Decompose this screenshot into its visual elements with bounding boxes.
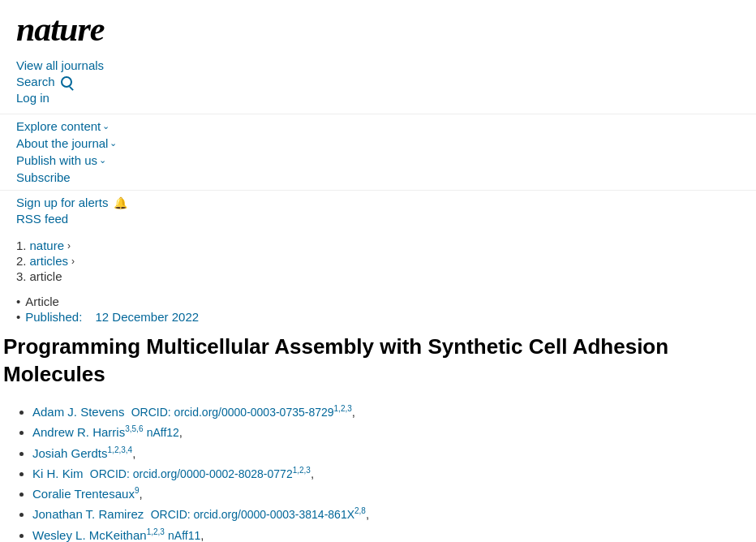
breadcrumb-number-3: 3. — [16, 269, 27, 283]
breadcrumb-articles-link[interactable]: articles — [30, 254, 69, 268]
article-meta: Article Published: 12 December 2022 — [0, 286, 756, 327]
about-journal-link[interactable]: About the journal ⌄ — [16, 136, 117, 150]
orcid-adam-stevens[interactable]: ORCID: orcid.org/0000-0003-0735-87291,2,… — [131, 406, 352, 419]
site-logo: nature — [0, 0, 756, 55]
published-date[interactable]: Published: 12 December 2022 — [16, 310, 740, 324]
about-journal-label: About the journal — [16, 136, 108, 150]
login-link[interactable]: Log in — [16, 91, 49, 105]
author-josiah-gerdts[interactable]: Josiah Gerdts — [32, 446, 108, 460]
breadcrumb-arrow-2: › — [71, 256, 75, 267]
list-item: Ki H. Kim ORCID: orcid.org/0000-0002-802… — [32, 465, 740, 483]
author-wesley-mckeithan[interactable]: Wesley L. McKeithan — [32, 528, 147, 542]
breadcrumb-number-2: 2. — [16, 254, 27, 268]
published-date-value: 12 December 2022 — [96, 310, 200, 324]
main-navigation: Explore content ⌄ About the journal ⌄ Pu… — [0, 114, 756, 191]
about-chevron-icon: ⌄ — [110, 138, 117, 148]
aff-andrew-harris[interactable]: nAff12 — [147, 426, 179, 439]
author-coralie-trentesaux[interactable]: Coralie Trentesaux — [32, 487, 135, 501]
publish-with-us-link[interactable]: Publish with us ⌄ — [16, 153, 106, 167]
published-label: Published: — [25, 310, 82, 324]
search-icon — [61, 76, 72, 88]
list-item: Andrew R. Harris3,5,6 nAff12, — [32, 424, 740, 441]
top-navigation: View all journals Search Log in — [0, 55, 756, 109]
aff-wesley-mckeithan[interactable]: nAff11 — [168, 529, 200, 542]
breadcrumb-number-1: 1. — [16, 239, 27, 252]
view-all-journals-link[interactable]: View all journals — [16, 58, 104, 72]
search-label: Search — [16, 75, 55, 88]
explore-content-label: Explore content — [16, 119, 101, 133]
breadcrumb-nature-link[interactable]: nature — [30, 239, 65, 252]
authors-section: Adam J. Stevens ORCID: orcid.org/0000-00… — [0, 397, 756, 542]
author-andrew-harris[interactable]: Andrew R. Harris — [32, 425, 125, 439]
sign-up-alerts-label: Sign up for alerts — [16, 196, 108, 209]
publish-chevron-icon: ⌄ — [99, 155, 106, 166]
article-title: Programming Multicellular Assembly with … — [0, 327, 756, 397]
list-item: Adam J. Stevens ORCID: orcid.org/0000-00… — [32, 403, 740, 421]
sign-up-alerts-link[interactable]: Sign up for alerts 🔔 — [16, 196, 740, 209]
rss-feed-link[interactable]: RSS feed — [16, 212, 740, 226]
breadcrumb-current: article — [30, 269, 62, 283]
article-type: Article — [16, 295, 740, 308]
breadcrumb: 1. nature › 2. articles › 3. article — [0, 230, 756, 286]
author-ki-kim[interactable]: Ki H. Kim — [32, 467, 84, 480]
author-adam-stevens[interactable]: Adam J. Stevens — [32, 405, 124, 419]
search-link[interactable]: Search — [16, 75, 72, 88]
list-item: Jonathan T. Ramirez ORCID: orcid.org/000… — [32, 505, 740, 523]
orcid-ki-kim[interactable]: ORCID: orcid.org/0000-0002-8028-07721,2,… — [90, 467, 311, 480]
list-item: Josiah Gerdts1,2,3,4, — [32, 445, 740, 462]
author-jonathan-ramirez[interactable]: Jonathan T. Ramirez — [32, 507, 144, 521]
explore-content-link[interactable]: Explore content ⌄ — [16, 119, 110, 133]
explore-chevron-icon: ⌄ — [102, 121, 110, 131]
publish-label: Publish with us — [16, 153, 97, 167]
bell-icon: 🔔 — [114, 196, 127, 209]
breadcrumb-arrow-1: › — [67, 240, 71, 252]
list-item: Coralie Trentesaux9, — [32, 485, 740, 502]
alerts-section: Sign up for alerts 🔔 RSS feed — [0, 191, 756, 230]
subscribe-link[interactable]: Subscribe — [16, 170, 71, 184]
orcid-jonathan-ramirez[interactable]: ORCID: orcid.org/0000-0003-3814-861X2,8 — [151, 508, 366, 521]
list-item: Wesley L. McKeithan1,2,3 nAff11, — [32, 527, 740, 542]
